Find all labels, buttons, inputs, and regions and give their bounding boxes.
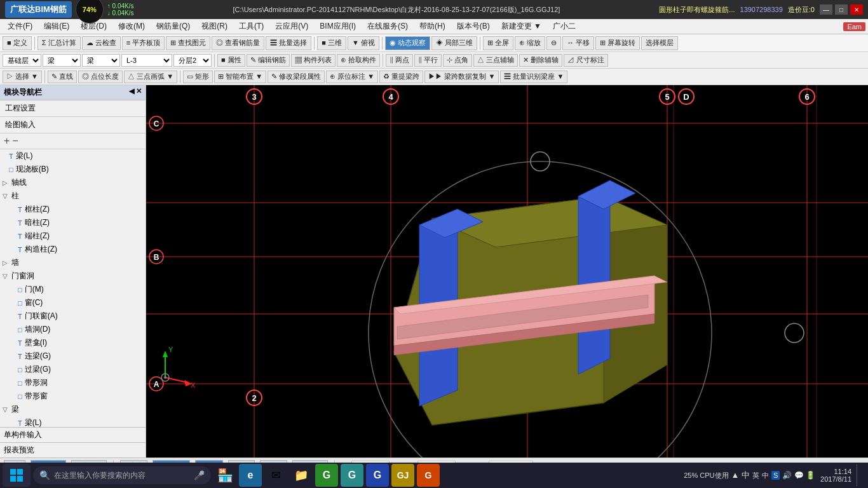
rect-btn[interactable]: ▭ 矩形 <box>183 71 213 83</box>
origin-mark-btn[interactable]: ⊕ 原位标注 ▼ <box>326 71 378 83</box>
batch-select-btn[interactable]: ☰ 批量选择 <box>266 36 311 50</box>
taskbar-app-store[interactable]: 🏪 <box>214 464 236 487</box>
line-btn[interactable]: ✎ 直线 <box>48 71 77 83</box>
taskbar-app-blue[interactable]: G <box>366 464 389 487</box>
menu-brand[interactable]: 广小二 <box>548 20 581 33</box>
define-btn[interactable]: ■ 定义 <box>3 36 32 50</box>
top-view-btn[interactable]: ▼ 俯视 <box>348 36 379 50</box>
panel-toggle[interactable]: ◀ ✕ <box>129 87 142 98</box>
tree-item-beam2[interactable]: T 梁(L) <box>0 416 146 427</box>
property-btn[interactable]: ■ 属性 <box>217 54 245 67</box>
dynamic-obs-btn[interactable]: ◉ 动态观察 <box>385 36 430 50</box>
screen-rotate-btn[interactable]: ⊞ 屏幕旋转 <box>595 36 640 50</box>
taskbar-app-teal[interactable]: G <box>341 464 363 487</box>
tree-item-dark-col[interactable]: T 暗柱(Z) <box>0 216 146 229</box>
tree-item-wall-hole[interactable]: □ 墙洞(D) <box>0 323 146 336</box>
tree-item-beam-group[interactable]: ▽ 梁 <box>0 403 146 416</box>
3d-btn[interactable]: ■ 三维 <box>317 36 346 50</box>
batch-id-btn[interactable]: ☰ 批量识别梁座 ▼ <box>500 71 567 83</box>
tree-item-window[interactable]: □ 窗(C) <box>0 296 146 309</box>
edit-rebar-btn[interactable]: ✎ 编辑钢筋 <box>247 54 290 67</box>
single-component-link[interactable]: 单构件输入 <box>0 427 146 442</box>
taskbar-search[interactable]: 🔍 在这里输入你要搜索的内容 🎤 <box>33 466 211 484</box>
arc-btn[interactable]: △ 三点画弧 ▼ <box>124 71 177 83</box>
taskbar-app-mail[interactable]: ✉ <box>264 464 287 487</box>
menu-online[interactable]: 在线服务(S) <box>362 20 413 33</box>
viewport[interactable]: 3 4 5 D 6 C B A <box>146 85 868 458</box>
find-elem-btn[interactable]: ⊞ 查找图元 <box>166 36 210 50</box>
tree-item-door-window[interactable]: T 门联窗(A) <box>0 309 146 323</box>
maximize-button[interactable]: □ <box>835 4 848 15</box>
tree-item-beam1[interactable]: T 梁(L) <box>0 149 146 163</box>
angle-btn[interactable]: ⊹ 点角 <box>443 54 472 67</box>
project-settings-link[interactable]: 工程设置 <box>0 100 146 117</box>
tree-item-slab1[interactable]: □ 现浇板(B) <box>0 163 146 176</box>
taskbar-app-orange[interactable]: G <box>417 464 440 487</box>
tree-item-door[interactable]: □ 门(M) <box>0 283 146 296</box>
modify-beam-prop-btn[interactable]: ✎ 修改梁段属性 <box>268 71 325 83</box>
tree-item-coupling-beam[interactable]: T 连梁(G) <box>0 349 146 363</box>
show-desktop-btn[interactable] <box>857 464 860 486</box>
tree-item-openings[interactable]: ▽ 门窗洞 <box>0 269 146 283</box>
reextract-span-btn[interactable]: ♻ 重提梁跨 <box>379 71 423 83</box>
taskbar-app-yellow[interactable]: GJ <box>391 464 414 487</box>
tree-item-struct-col[interactable]: T 构造柱(Z) <box>0 243 146 256</box>
three-point-axis-btn[interactable]: △ 三点辅轴 <box>473 54 518 67</box>
menu-rebar-qty[interactable]: 钢筋量(Q) <box>151 20 195 33</box>
close-button[interactable]: ✕ <box>850 4 863 15</box>
drawing-input-link[interactable]: 绘图输入 <box>0 117 146 133</box>
local-3d-btn[interactable]: ◈ 局部三维 <box>431 36 477 50</box>
tree-item-end-col[interactable]: T 端柱(Z) <box>0 229 146 243</box>
menu-version[interactable]: 版本号(B) <box>452 20 495 33</box>
tree-item-column[interactable]: ▽ 柱 <box>0 189 146 203</box>
select-floor-btn[interactable]: 选择模层 <box>641 36 678 50</box>
dimension-btn[interactable]: ⊿ 尺寸标注 <box>564 54 608 67</box>
fullscreen-btn[interactable]: ⊞ 全屏 <box>483 36 513 50</box>
parallel-btn[interactable]: ∥ 平行 <box>414 54 442 67</box>
collapse-all-btn[interactable]: − <box>12 135 18 147</box>
menu-edit[interactable]: 编辑(E) <box>39 20 74 33</box>
tree-item-lintel[interactable]: □ 过梁(G) <box>0 363 146 376</box>
span-copy-btn[interactable]: ▶▶ 梁跨数据复制 ▼ <box>424 71 499 83</box>
tree-item-strip-hole[interactable]: □ 带形洞 <box>0 376 146 390</box>
pan-btn[interactable]: ↔ 平移 <box>562 36 594 50</box>
floor-select[interactable]: 基础层 <box>3 54 41 67</box>
expand-all-btn[interactable]: + <box>4 135 10 147</box>
point-length-btn[interactable]: ◎ 点位长度 <box>78 71 123 83</box>
calc-btn[interactable]: Σ 汇总计算 <box>37 36 81 50</box>
start-button[interactable] <box>3 464 31 487</box>
del-axis-btn[interactable]: ✕ 删除辅轴 <box>519 54 562 67</box>
tree-item-wall[interactable]: ▷ 墙 <box>0 256 146 269</box>
minimize-button[interactable]: — <box>820 4 832 15</box>
report-preview-link[interactable]: 报表预览 <box>0 442 146 458</box>
tree-item-axis[interactable]: ▷ 轴线 <box>0 176 146 189</box>
type-select[interactable]: 梁 <box>82 54 120 67</box>
align-top-btn[interactable]: ≡ 平齐板顶 <box>122 36 165 50</box>
menu-modify[interactable]: 修改(M) <box>113 20 150 33</box>
tree-item-niche[interactable]: T 壁龛(I) <box>0 336 146 349</box>
cloud-check-btn[interactable]: ☁ 云检查 <box>82 36 121 50</box>
menu-help[interactable]: 帮助(H) <box>414 20 451 33</box>
zoom-btn[interactable]: ⊕ 缩放 <box>515 36 545 50</box>
menu-file[interactable]: 文件(F) <box>3 20 37 33</box>
menu-cloud[interactable]: 云应用(V) <box>270 20 313 33</box>
layer-select[interactable]: 分层2 <box>173 54 212 67</box>
element-select[interactable]: L-3 <box>121 54 172 67</box>
tree-item-frame-col[interactable]: T 框柱(Z) <box>0 203 146 216</box>
menu-tools[interactable]: 工具(T) <box>234 20 269 33</box>
taskbar-app-green[interactable]: G <box>315 464 338 487</box>
view-rebar-btn[interactable]: ◎ 查看钢筋量 <box>212 36 264 50</box>
menu-new-change[interactable]: 新建变更 ▼ <box>496 20 546 33</box>
component-list-btn[interactable]: ▦ 构件列表 <box>291 54 336 67</box>
two-point-btn[interactable]: ‖ 两点 <box>386 54 413 67</box>
zoom-out-btn[interactable]: ⊖ <box>546 36 561 50</box>
tree-item-strip-window[interactable]: □ 带形窗 <box>0 390 146 403</box>
smart-layout-btn[interactable]: ⊞ 智能布置 ▼ <box>214 71 266 83</box>
taskbar-clock[interactable]: 11:14 2017/8/11 <box>820 468 851 483</box>
menu-bim[interactable]: BIM应用(I) <box>315 20 361 33</box>
menu-view[interactable]: 视图(R) <box>196 20 233 33</box>
category-select[interactable]: 梁 <box>43 54 81 67</box>
taskbar-app-browser[interactable]: e <box>239 464 262 487</box>
taskbar-app-folder[interactable]: 📁 <box>290 464 313 487</box>
select-tool-btn[interactable]: ▷ 选择 ▼ <box>3 71 42 83</box>
